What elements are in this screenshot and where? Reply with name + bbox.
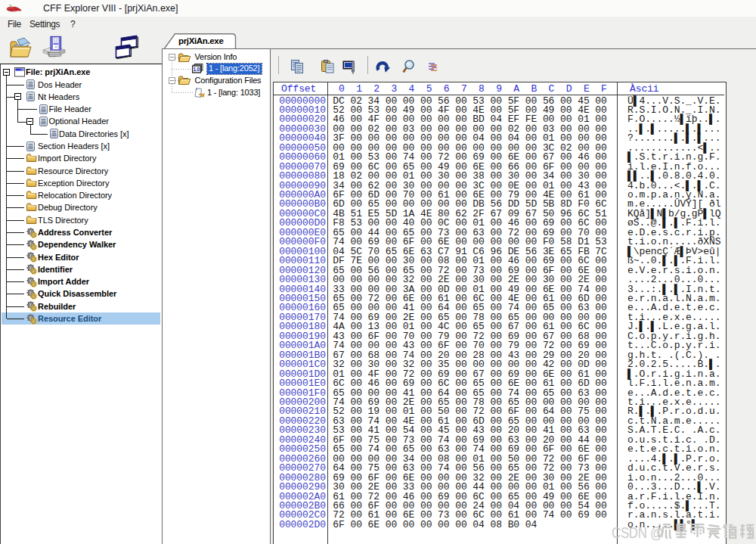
svg-text:1.0: 1.0 [194,67,200,73]
